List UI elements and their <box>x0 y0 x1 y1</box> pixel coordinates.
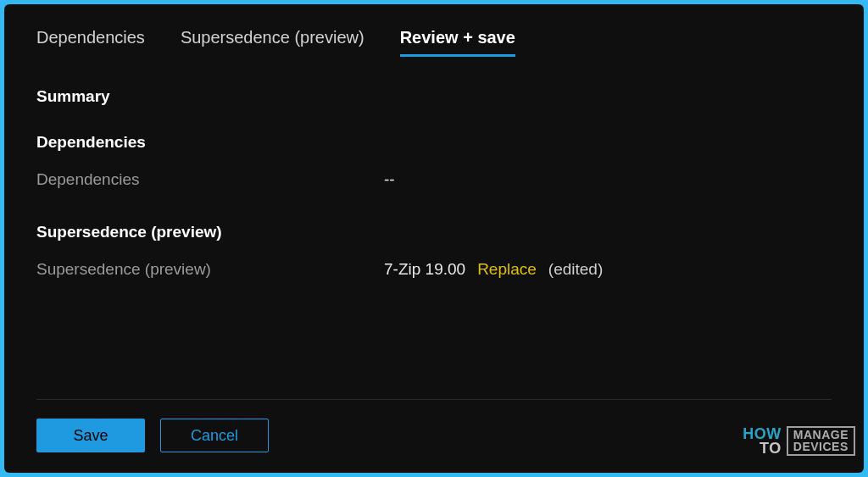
review-panel: Dependencies Supersedence (preview) Revi… <box>4 4 864 473</box>
tab-supersedence[interactable]: Supersedence (preview) <box>181 28 364 57</box>
footer-bar: Save Cancel <box>36 399 832 473</box>
supersedence-row-value: 7-Zip 19.00 Replace (edited) <box>384 260 603 279</box>
supersedence-row-label: Supersedence (preview) <box>36 260 384 279</box>
supersedence-app-name: 7-Zip 19.00 <box>384 260 465 279</box>
dependencies-row-value: -- <box>384 170 395 189</box>
watermark-to: TO <box>743 441 782 456</box>
cancel-button[interactable]: Cancel <box>160 419 269 452</box>
save-button[interactable]: Save <box>36 419 145 452</box>
summary-heading: Summary <box>36 87 832 106</box>
dependencies-row-label: Dependencies <box>36 170 384 189</box>
dependencies-value: -- <box>384 170 395 189</box>
watermark-devices: DEVICES <box>793 441 849 452</box>
watermark-left: HOW TO <box>743 427 782 456</box>
dependencies-group-title: Dependencies <box>36 133 832 152</box>
supersedence-note: (edited) <box>548 260 603 279</box>
dependencies-row: Dependencies -- <box>36 170 832 189</box>
tab-review-save[interactable]: Review + save <box>400 28 515 57</box>
supersedence-row: Supersedence (preview) 7-Zip 19.00 Repla… <box>36 260 832 279</box>
tab-bar: Dependencies Supersedence (preview) Revi… <box>36 28 832 57</box>
supersedence-action: Replace <box>477 260 537 279</box>
watermark-box: MANAGE DEVICES <box>787 426 855 456</box>
supersedence-group-title: Supersedence (preview) <box>36 223 832 241</box>
watermark: HOW TO MANAGE DEVICES <box>743 426 855 456</box>
tab-dependencies[interactable]: Dependencies <box>36 28 145 57</box>
